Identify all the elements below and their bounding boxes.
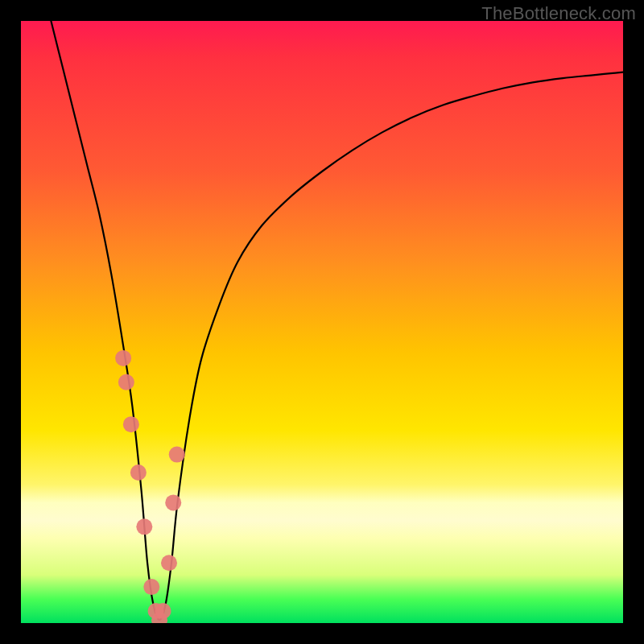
marker-dot xyxy=(115,350,131,366)
marker-dot xyxy=(123,416,139,432)
marker-dot xyxy=(118,374,134,390)
marker-dot xyxy=(151,612,167,623)
marker-dot xyxy=(155,603,171,619)
marker-dot xyxy=(143,579,159,595)
marker-dot xyxy=(169,447,185,463)
marker-dot xyxy=(161,555,177,571)
marker-dot xyxy=(136,518,152,535)
marker-dot xyxy=(148,603,164,619)
chart-frame: TheBottleneck.com xyxy=(0,0,644,644)
marker-dot xyxy=(165,494,181,510)
chart-svg xyxy=(21,21,623,623)
plot-area xyxy=(21,21,623,623)
bottleneck-curve xyxy=(51,21,623,620)
marker-dot xyxy=(130,464,147,481)
highlight-markers xyxy=(115,350,185,623)
